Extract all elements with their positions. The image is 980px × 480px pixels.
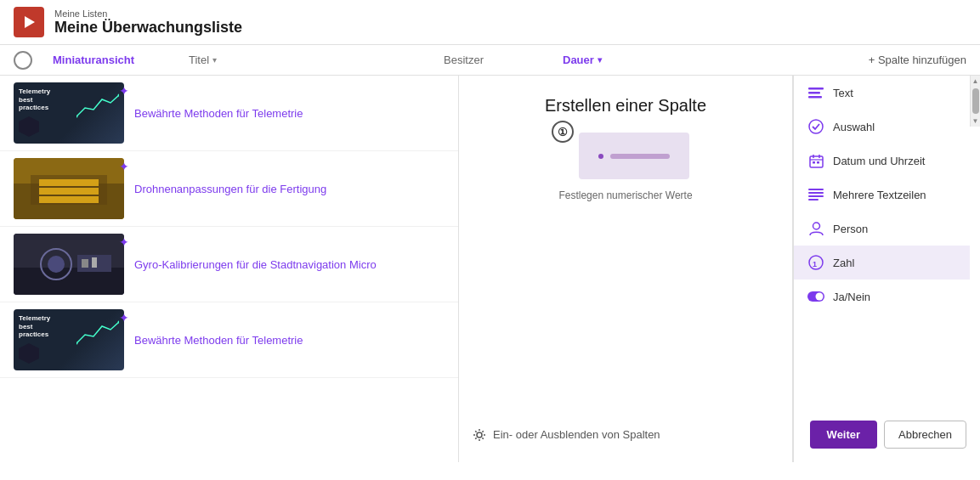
list-item: Telemetrybestpractices ✦ Bewährte Metho	[0, 302, 458, 378]
create-column-panel: Erstellen einer Spalte ① Festlegen numer…	[459, 76, 980, 462]
item-title-3[interactable]: Gyro-Kalibrierungen für die Stadtnavigat…	[134, 258, 377, 271]
svg-rect-6	[39, 179, 99, 186]
col-visual-line	[610, 154, 670, 159]
type-label-auswahl: Auswahl	[833, 121, 875, 133]
type-item-datum[interactable]: Datum und Uhrzeit	[794, 144, 970, 178]
svg-rect-14	[82, 259, 88, 268]
svg-text:1: 1	[813, 260, 817, 268]
weiter-button[interactable]: Weiter	[810, 421, 878, 449]
col-header-besitzer[interactable]: Besitzer	[437, 50, 556, 70]
svg-rect-19	[808, 88, 824, 90]
panel-inner: Erstellen einer Spalte ① Festlegen numer…	[459, 76, 792, 462]
column-toolbar: Miniaturansicht Titel ▾ Besitzer Dauer ▾…	[0, 45, 980, 76]
type-item-person[interactable]: Person	[794, 212, 970, 246]
logo-button[interactable]	[14, 7, 44, 37]
type-item-zahl[interactable]: 1 Zahl	[794, 246, 970, 280]
create-column-title: Erstellen einer Spalte	[545, 96, 706, 116]
calendar-icon	[807, 152, 824, 169]
col-titel-label: Titel	[189, 54, 209, 66]
add-column-label: + Spalte hinzufügen	[869, 54, 966, 66]
svg-point-22	[809, 120, 823, 133]
thumbnail-3	[14, 234, 124, 295]
svg-rect-31	[808, 195, 824, 197]
scroll-up-arrow[interactable]: ▲	[972, 77, 979, 85]
type-panel-scrollbar[interactable]: ▲ ▼	[970, 76, 980, 127]
svg-rect-30	[808, 192, 824, 194]
svg-point-33	[813, 223, 819, 229]
type-label-mehrere: Mehrere Textzeilen	[833, 189, 926, 201]
col-visual-box	[579, 133, 689, 179]
lines-icon	[807, 186, 824, 203]
star-icon-3: ✦	[119, 235, 129, 249]
toggle-icon	[807, 288, 824, 305]
chevron-down-icon-dauer: ▾	[598, 55, 602, 65]
type-item-auswahl[interactable]: Auswahl	[794, 110, 970, 144]
person-icon	[807, 220, 824, 237]
star-icon-2: ✦	[119, 160, 129, 173]
type-label-zahl: Zahl	[833, 257, 854, 269]
abbrechen-button[interactable]: Abbrechen	[884, 421, 966, 449]
main-area: Telemetrybestpractices ✦ Bewährte Metho	[0, 76, 980, 462]
col-miniatur-label: Miniaturansicht	[53, 54, 134, 66]
panel-hint: Festlegen numerischer Werte	[558, 189, 692, 201]
svg-rect-29	[808, 189, 824, 190]
col-visual-number: ①	[552, 121, 574, 143]
list-item: ✦ Gyro-Kalibrierungen für die Stadtnavig…	[0, 227, 458, 302]
star-icon-4: ✦	[119, 311, 129, 325]
svg-marker-0	[25, 16, 35, 28]
star-icon-1: ✦	[119, 84, 129, 98]
type-item-text[interactable]: Text	[794, 76, 970, 110]
svg-rect-28	[817, 161, 819, 164]
app-header: Meine Listen Meine Überwachungsliste	[0, 0, 980, 45]
col-header-titel[interactable]: Titel ▾	[182, 50, 437, 70]
type-label-datum: Datum und Uhrzeit	[833, 155, 925, 167]
svg-rect-8	[39, 196, 99, 203]
thumbnail-4: Telemetrybestpractices	[14, 309, 124, 370]
add-column-button[interactable]: + Spalte hinzufügen	[869, 54, 966, 66]
list-item: ✦ Drohnenanpassungen für die Fertigung	[0, 151, 458, 227]
footer-link-label: Ein- oder Ausblenden von Spalten	[493, 428, 660, 441]
col-header-miniatur[interactable]: Miniaturansicht	[46, 50, 182, 70]
type-label-text: Text	[833, 87, 853, 99]
svg-rect-7	[39, 188, 99, 195]
svg-rect-23	[810, 156, 823, 167]
svg-point-37	[816, 293, 824, 301]
svg-rect-32	[808, 199, 819, 200]
col-visual-dot	[598, 154, 603, 159]
svg-rect-27	[813, 161, 815, 164]
item-title-2[interactable]: Drohnenanpassungen für die Fertigung	[134, 183, 326, 195]
scroll-down-arrow[interactable]: ▼	[972, 117, 979, 125]
gear-icon	[473, 428, 486, 442]
factory-image	[14, 234, 124, 295]
svg-rect-20	[808, 92, 820, 94]
item-title-4[interactable]: Bewährte Methoden für Telemetrie	[134, 334, 303, 347]
warehouse-image	[14, 158, 124, 219]
header-titles: Meine Listen Meine Überwachungsliste	[54, 8, 242, 37]
check-circle-icon	[807, 118, 824, 135]
thumb-hexagon-1	[19, 116, 39, 137]
select-all-circle[interactable]	[14, 51, 32, 70]
thumb-chart-4	[76, 318, 119, 347]
thumbnail-2	[14, 158, 124, 219]
text-icon	[807, 84, 824, 101]
col-header-dauer[interactable]: Dauer ▾	[556, 50, 658, 70]
thumb-chart-1	[76, 91, 119, 121]
type-item-mehrere[interactable]: Mehrere Textzeilen	[794, 178, 970, 212]
scroll-thumb[interactable]	[972, 88, 979, 114]
svg-point-18	[477, 432, 482, 438]
panel-footer: Ein- oder Ausblenden von Spalten Weiter …	[473, 421, 966, 449]
chevron-down-icon: ▾	[212, 55, 217, 65]
col-besitzer-label: Besitzer	[444, 54, 484, 66]
thumb-label-4: Telemetrybestpractices	[19, 314, 50, 339]
item-title-1[interactable]: Bewährte Methoden für Telemetrie	[134, 107, 303, 120]
video-list: Telemetrybestpractices ✦ Bewährte Metho	[0, 76, 459, 462]
type-label-person: Person	[833, 223, 868, 235]
number-icon: 1	[807, 254, 824, 271]
type-label-janein: Ja/Nein	[833, 291, 870, 303]
header-subtitle: Meine Listen	[54, 8, 242, 19]
type-panel: Text Auswahl	[793, 76, 980, 462]
list-item: Telemetrybestpractices ✦ Bewährte Metho	[0, 76, 458, 151]
svg-rect-15	[92, 257, 97, 268]
type-item-janein[interactable]: Ja/Nein	[794, 280, 970, 313]
hide-show-columns-link[interactable]: Ein- oder Ausblenden von Spalten	[473, 428, 660, 442]
